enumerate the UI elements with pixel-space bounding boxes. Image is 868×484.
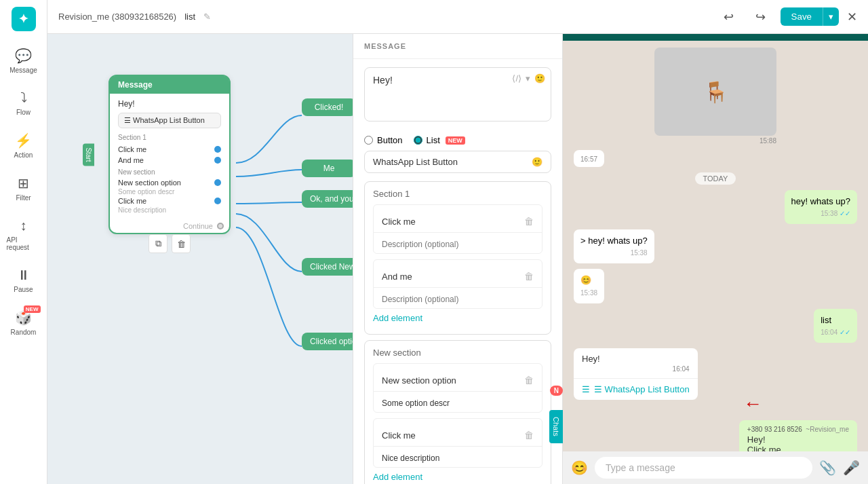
flow-icon: ⤵ bbox=[20, 90, 27, 106]
code-icon[interactable]: ⟨/⟩ bbox=[512, 73, 521, 83]
wa-image-placeholder: 🪑 bbox=[654, 48, 776, 136]
delete-element-3-button[interactable]: 🗑 bbox=[524, 375, 534, 386]
topbar: Revision_me (380932168526) list ✎ ↩ ↪ Sa… bbox=[47, 0, 868, 34]
sidebar-item-pause[interactable]: ⏸ Pause bbox=[4, 262, 43, 299]
sidebar-item-label: Pause bbox=[14, 286, 33, 293]
button-radio[interactable]: Button bbox=[364, 135, 403, 145]
form-section-header: MESSAGE bbox=[353, 34, 562, 59]
action-icon: ⚡ bbox=[15, 132, 32, 149]
wa-list-button-action[interactable]: ☰ ☰ WhatsApp List Button bbox=[574, 379, 698, 400]
delete-element-2-button[interactable]: 🗑 bbox=[524, 271, 534, 282]
sidebar-item-flow[interactable]: ⤵ Flow bbox=[4, 85, 43, 122]
sidebar-item-api[interactable]: ↕ API request bbox=[4, 212, 43, 257]
wa-arrow-indicator: ← bbox=[743, 393, 762, 415]
delete-element-1-button[interactable]: 🗑 bbox=[524, 216, 534, 227]
message-icons: ⟨/⟩ ▾ 🙂 bbox=[512, 73, 545, 83]
wa-sent-1: hey! whats up? 15:38 ✓✓ bbox=[785, 190, 857, 224]
element-3-input[interactable] bbox=[382, 375, 524, 386]
wa-list-bubble-text: Hey! 16:04 bbox=[574, 348, 698, 379]
node-greeting: Hey! bbox=[118, 99, 221, 109]
element-1-input[interactable] bbox=[382, 217, 524, 227]
element-1-desc[interactable] bbox=[374, 236, 542, 253]
wa-received-meta-1: +380 93 216 8526 ~Revision_me Hey! Click… bbox=[739, 420, 857, 451]
sidebar-item-random[interactable]: NEW 🎲 Random bbox=[4, 304, 43, 341]
wa-time-received: 16:57 bbox=[574, 150, 604, 167]
type-selector: Button List NEW bbox=[353, 130, 562, 151]
message-area: Hey! ⟨/⟩ ▾ 🙂 bbox=[353, 59, 562, 130]
save-dropdown-button[interactable]: ▾ bbox=[823, 7, 839, 26]
element-2-input[interactable] bbox=[382, 272, 524, 282]
element-2-wrap: 🗑 bbox=[373, 259, 542, 309]
chevron-down-icon[interactable]: ▾ bbox=[526, 73, 530, 83]
whatsapp-panel: 📱 +380 93 216 8526 🔍 ⋮ 🪑 15:88 16:57 TOD… bbox=[563, 0, 868, 484]
emoji-icon-small[interactable]: 🙂 bbox=[532, 157, 542, 167]
element-4-wrap: 🗑 bbox=[373, 418, 542, 468]
sidebar-item-label: Action bbox=[14, 151, 33, 159]
me-node[interactable]: Me bbox=[302, 160, 356, 177]
element-2-desc[interactable] bbox=[374, 291, 542, 308]
node-list-button: ☰ WhatsApp List Button bbox=[118, 113, 221, 128]
message-icon: 💬 bbox=[15, 48, 32, 64]
section-1: 🗑 🗑 Add element bbox=[364, 181, 551, 335]
sidebar-item-message[interactable]: 💬 Message bbox=[4, 42, 43, 79]
close-button[interactable]: ✕ bbox=[847, 10, 857, 24]
mic-icon[interactable]: 🎤 bbox=[843, 460, 860, 476]
element-3-wrap: 🗑 bbox=[373, 363, 542, 413]
message-text: Hey! bbox=[373, 75, 393, 86]
clicked-node[interactable]: Clicked! bbox=[302, 98, 356, 116]
wa-messages: 🪑 15:88 16:57 TODAY hey! whats up? 15:38… bbox=[563, 41, 868, 451]
copy-node-button[interactable]: ⧉ bbox=[149, 234, 167, 253]
start-badge: Start bbox=[83, 143, 94, 166]
node-option: New section option bbox=[118, 177, 221, 188]
emoji-icon[interactable]: 🙂 bbox=[534, 73, 545, 83]
element-4-desc[interactable] bbox=[374, 449, 542, 467]
node-section-label: Section 1 bbox=[118, 134, 221, 141]
save-button[interactable]: Save bbox=[781, 7, 823, 26]
node-continue: Continue bbox=[110, 219, 229, 233]
wa-input-row: 😊 Type a message 📎 🎤 bbox=[563, 451, 868, 484]
filter-icon: ⊞ bbox=[18, 175, 29, 191]
sidebar-item-label: Filter bbox=[16, 194, 31, 202]
sidebar-item-action[interactable]: ⚡ Action bbox=[4, 127, 43, 164]
wa-message-input[interactable]: Type a message bbox=[595, 457, 812, 479]
sidebar-item-filter[interactable]: ⊞ Filter bbox=[4, 170, 43, 207]
sidebar: ✦ 💬 Message ⤵ Flow ⚡ Action ⊞ Filter ↕ A… bbox=[0, 0, 47, 484]
element-3-desc[interactable] bbox=[374, 394, 542, 412]
node-option: Click me bbox=[118, 196, 221, 206]
form-panel: MESSAGE Hey! ⟨/⟩ ▾ 🙂 Button List NEW Wha… bbox=[353, 34, 563, 484]
undo-button[interactable]: ↩ bbox=[717, 5, 741, 29]
section-2: 🗑 🗑 Add element bbox=[364, 340, 551, 484]
flow-name: list bbox=[184, 12, 195, 22]
redo-button[interactable]: ↪ bbox=[749, 5, 772, 29]
project-name: Revision_me (380932168526) bbox=[58, 12, 176, 22]
wa-image-time: 15:88 bbox=[654, 137, 776, 145]
edit-icon[interactable]: ✎ bbox=[203, 12, 211, 22]
wa-received-1: > hey! whats up? 15:38 bbox=[574, 229, 654, 263]
sidebar-item-label: API request bbox=[7, 236, 41, 251]
node-new-section: New section bbox=[118, 168, 221, 176]
section-2-title[interactable] bbox=[373, 348, 542, 358]
wa-received-emoji: 😊 15:38 bbox=[574, 269, 604, 303]
chats-tab-label[interactable]: Chats bbox=[549, 410, 563, 443]
element-1-wrap: 🗑 bbox=[373, 204, 542, 254]
wa-image: 🪑 15:88 bbox=[654, 48, 776, 145]
node-option: And me bbox=[118, 155, 221, 166]
element-4-input[interactable] bbox=[382, 430, 524, 441]
delete-node-button[interactable]: 🗑 bbox=[172, 234, 191, 253]
node-actions: ⧉ 🗑 bbox=[149, 234, 191, 253]
emoji-picker-icon[interactable]: 😊 bbox=[571, 460, 588, 476]
list-button-input[interactable]: WhatsApp List Button 🙂 bbox=[364, 151, 551, 173]
sidebar-item-label: Random bbox=[11, 329, 37, 336]
message-input-wrap[interactable]: Hey! ⟨/⟩ ▾ 🙂 bbox=[364, 67, 551, 122]
pause-icon: ⏸ bbox=[17, 267, 31, 283]
list-radio[interactable]: List NEW bbox=[414, 135, 465, 145]
attach-icon[interactable]: 📎 bbox=[819, 460, 836, 476]
wa-list-button-bubble[interactable]: Hey! 16:04 ☰ ☰ WhatsApp List Button bbox=[574, 348, 698, 400]
new-badge: NEW bbox=[446, 136, 465, 145]
main-message-node[interactable]: Start Message Hey! ☰ WhatsApp List Butto… bbox=[108, 75, 231, 234]
delete-element-4-button[interactable]: 🗑 bbox=[524, 430, 534, 441]
add-element-1-button[interactable]: Add element bbox=[373, 309, 422, 327]
add-element-2-button[interactable]: Add element bbox=[373, 468, 422, 484]
wa-sent-2: list 16:04 ✓✓ bbox=[814, 309, 857, 343]
section-1-title[interactable] bbox=[373, 189, 542, 199]
